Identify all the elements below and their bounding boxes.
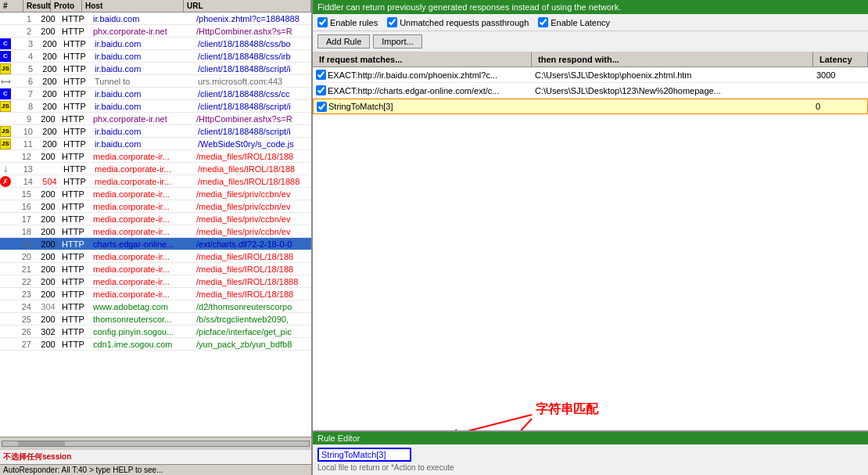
- row-host: phx.corporate-ir.net: [93, 114, 195, 124]
- rule-checkbox[interactable]: [316, 85, 326, 95]
- row-host: media.corporate-ir...: [93, 264, 195, 274]
- rule-row[interactable]: EXACT:http://charts.edgar-online.com/ext…: [313, 83, 868, 99]
- row-host: media.corporate-ir...: [93, 202, 195, 211]
- row-num: 19: [11, 239, 34, 249]
- traffic-row[interactable]: 27 200 HTTP cdn1.ime.sogou.com /yun_pack…: [0, 338, 311, 351]
- rule-row[interactable]: StringToMatch[3] 0: [313, 99, 868, 114]
- col-result-header: Result: [23, 0, 51, 12]
- col-host-header: Host: [82, 0, 184, 12]
- row-proto: HTTP: [63, 52, 95, 61]
- traffic-row[interactable]: 17 200 HTTP media.corporate-ir... /media…: [0, 213, 311, 225]
- row-proto: HTTP: [63, 139, 95, 149]
- traffic-row[interactable]: 22 200 HTTP media.corporate-ir... /media…: [0, 275, 311, 288]
- rule-latency-cell: 3000: [813, 69, 868, 81]
- col-proto-header: Proto: [51, 0, 82, 12]
- status-bar: AutoResponder: All T:40 > type HELP to s…: [0, 464, 311, 475]
- row-host: media.corporate-ir...: [95, 164, 196, 174]
- traffic-row[interactable]: ↓ 13 HTTP media.corporate-ir... /media_f…: [0, 163, 311, 175]
- traffic-row[interactable]: ✗ 14 504 HTTP media.corporate-ir... /med…: [0, 175, 311, 188]
- traffic-row[interactable]: ⟷ 6 200 HTTP Tunnel to urs.microsoft.com…: [0, 75, 311, 88]
- enable-latency-label: Enable Latency: [551, 18, 610, 27]
- scroll-track[interactable]: [2, 441, 310, 447]
- row-proto: HTTP: [62, 264, 93, 274]
- add-rule-button[interactable]: Add Rule: [317, 34, 370, 49]
- unmatched-passthrough-group: Unmatched requests passthrough: [387, 17, 529, 27]
- row-url: /media_files/IROL/18/188: [195, 264, 311, 274]
- rule-checkbox[interactable]: [316, 70, 326, 80]
- traffic-row[interactable]: C 4 200 HTTP ir.baidu.com /client/18/188…: [0, 50, 311, 63]
- row-result: 200: [34, 202, 62, 211]
- row-host: ir.baidu.com: [95, 52, 196, 61]
- row-num: 13: [13, 164, 36, 174]
- row-host: ir.baidu.com: [95, 39, 196, 49]
- enable-latency-group: Enable Latency: [538, 17, 610, 27]
- traffic-row[interactable]: 20 200 HTTP media.corporate-ir... /media…: [0, 250, 311, 263]
- rule-match-text: StringToMatch[3]: [328, 102, 393, 111]
- row-proto: HTTP: [63, 164, 95, 174]
- traffic-row[interactable]: 24 304 HTTP www.adobetag.com /d2/thomson…: [0, 300, 311, 313]
- row-result: 200: [34, 315, 62, 324]
- row-host: media.corporate-ir...: [95, 177, 196, 186]
- traffic-row[interactable]: JS 11 200 HTTP ir.baidu.com /WebSideSt0r…: [0, 138, 311, 150]
- rule-editor-header: Rule Editor: [313, 432, 868, 444]
- scroll-thumb[interactable]: [18, 441, 65, 446]
- traffic-row[interactable]: 21 200 HTTP media.corporate-ir... /media…: [0, 263, 311, 275]
- traffic-row[interactable]: 26 302 HTTP config.pinyin.sogou... /picf…: [0, 326, 311, 338]
- tunnel-icon: ⟷: [0, 76, 11, 87]
- traffic-row[interactable]: 12 200 HTTP media.corporate-ir... /media…: [0, 150, 311, 163]
- row-url: /media_files/IROL/18/188: [195, 152, 311, 161]
- rules-col-respond-header: then respond with...: [532, 52, 813, 67]
- options-bar: Enable rules Unmatched requests passthro…: [313, 14, 868, 31]
- row-url: /media_files/IROL/18/188: [195, 290, 311, 299]
- row-num: 25: [11, 315, 34, 324]
- traffic-row[interactable]: 16 200 HTTP media.corporate-ir... /media…: [0, 200, 311, 213]
- traffic-row[interactable]: 25 200 HTTP thomsonreuterscor... /b/ss/t…: [0, 313, 311, 326]
- download-icon: ↓: [0, 164, 11, 175]
- row-result: 200: [34, 14, 62, 23]
- traffic-row[interactable]: 9 200 HTTP phx.corporate-ir.net /HttpCom…: [0, 113, 311, 125]
- row-proto: HTTP: [63, 39, 95, 49]
- traffic-row[interactable]: 1 200 HTTP ir.baidu.com /phoenix.zhtml?c…: [0, 13, 311, 25]
- row-host: ir.baidu.com: [95, 139, 196, 149]
- right-panel: Fiddler can return previously generated …: [313, 0, 868, 475]
- rule-row[interactable]: EXACT:http://ir.baidu.com/phoenix.zhtml?…: [313, 67, 868, 83]
- row-url: /phoenix.zhtml?c=1884888: [195, 14, 311, 23]
- enable-latency-checkbox[interactable]: [538, 17, 548, 27]
- row-result: 200: [36, 89, 63, 99]
- traffic-list-panel: # Result Proto Host URL 1 200 HTTP ir.ba…: [0, 0, 313, 475]
- traffic-row[interactable]: JS 5 200 HTTP ir.baidu.com /client/18/18…: [0, 63, 311, 75]
- row-result: 200: [34, 227, 62, 236]
- row-result: 200: [34, 340, 62, 349]
- row-result: 200: [36, 64, 63, 74]
- traffic-row[interactable]: 23 200 HTTP media.corporate-ir... /media…: [0, 288, 311, 300]
- row-num: 6: [13, 77, 36, 86]
- row-proto: HTTP: [62, 315, 93, 324]
- unmatched-passthrough-checkbox[interactable]: [387, 17, 397, 27]
- row-proto: HTTP: [63, 177, 95, 186]
- traffic-row[interactable]: JS 10 200 HTTP ir.baidu.com /client/18/1…: [0, 125, 311, 138]
- row-result: 200: [34, 239, 62, 249]
- traffic-row[interactable]: 2 200 HTTP phx.corporate-ir.net /HttpCom…: [0, 25, 311, 38]
- row-proto: HTTP: [62, 27, 93, 36]
- enable-rules-checkbox[interactable]: [317, 17, 328, 27]
- rule-editor-input[interactable]: [317, 448, 411, 462]
- traffic-table: # Result Proto Host URL 1 200 HTTP ir.ba…: [0, 0, 311, 437]
- traffic-row[interactable]: C 7 200 HTTP ir.baidu.com /client/18/188…: [0, 88, 311, 100]
- row-proto: HTTP: [62, 189, 93, 199]
- traffic-row[interactable]: JS 8 200 HTTP ir.baidu.com /client/18/18…: [0, 100, 311, 113]
- row-num: 23: [11, 290, 34, 299]
- status-text: AutoResponder: All T:40 > type HELP to s…: [3, 466, 163, 474]
- row-url: /media_files/priv/ccbn/ev: [195, 202, 311, 211]
- traffic-row[interactable]: 19 200 HTTP charts.edgar-online... /ext/…: [0, 238, 311, 250]
- rule-match-text: EXACT:http://charts.edgar-online.com/ext…: [328, 86, 499, 95]
- row-host: phx.corporate-ir.net: [93, 27, 195, 36]
- traffic-rows: 1 200 HTTP ir.baidu.com /phoenix.zhtml?c…: [0, 13, 311, 434]
- rule-checkbox[interactable]: [317, 102, 327, 112]
- traffic-row[interactable]: C 3 200 HTTP ir.baidu.com /client/18/188…: [0, 38, 311, 50]
- row-proto: HTTP: [62, 202, 93, 211]
- traffic-row[interactable]: 18 200 HTTP media.corporate-ir... /media…: [0, 225, 311, 238]
- row-host: media.corporate-ir...: [93, 214, 195, 224]
- import-button[interactable]: Import...: [373, 34, 421, 49]
- traffic-row[interactable]: 15 200 HTTP media.corporate-ir... /media…: [0, 188, 311, 200]
- horizontal-scrollbar[interactable]: [0, 437, 311, 449]
